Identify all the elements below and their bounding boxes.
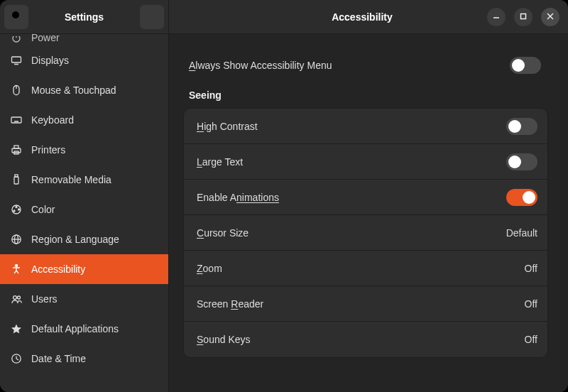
sidebar-item-power[interactable]: Power	[0, 34, 168, 45]
enable-animations-label: Enable Animations	[197, 192, 279, 203]
mouse-icon	[10, 84, 23, 97]
sidebar-item-keyboard[interactable]: Keyboard	[0, 105, 168, 135]
svg-point-0	[12, 11, 19, 18]
svg-point-29	[13, 296, 17, 300]
always-show-switch[interactable]	[510, 57, 541, 74]
settings-window: Settings PowerDisplaysMouse & TouchpadKe…	[0, 0, 568, 392]
usb-icon	[10, 173, 23, 186]
search-icon	[11, 10, 22, 23]
content-area: Always Show Accessibility Menu Seeing Hi…	[169, 34, 568, 375]
sidebar-item-label: Accessibility	[31, 263, 85, 275]
svg-rect-19	[14, 177, 18, 184]
always-show-label: Always Show Accessibility Menu	[189, 60, 332, 71]
enable-animations-switch[interactable]	[506, 189, 537, 206]
sidebar-item-label: Keyboard	[31, 114, 74, 126]
globe-icon	[10, 233, 23, 246]
high-contrast-switch[interactable]	[506, 118, 537, 135]
sound-keys-label: Sound Keys	[197, 334, 251, 345]
sidebar-item-label: Printers	[31, 144, 65, 156]
sound-keys-value: Off	[525, 334, 537, 345]
sidebar-item-removable-media[interactable]: Removable Media	[0, 165, 168, 195]
sidebar: Settings PowerDisplaysMouse & TouchpadKe…	[0, 0, 169, 392]
row-high-contrast: High Contrast	[184, 109, 547, 144]
sidebar-item-label: Color	[31, 204, 55, 215]
sidebar-item-region-language[interactable]: Region & Language	[0, 224, 168, 254]
svg-point-28	[15, 264, 17, 266]
search-button[interactable]	[4, 5, 28, 29]
large-text-switch[interactable]	[506, 153, 537, 170]
sidebar-list: PowerDisplaysMouse & TouchpadKeyboardPri…	[0, 34, 168, 392]
svg-rect-16	[12, 148, 21, 153]
sidebar-item-mouse-touchpad[interactable]: Mouse & Touchpad	[0, 75, 168, 105]
svg-line-33	[16, 359, 18, 360]
zoom-value: Off	[525, 263, 537, 274]
close-button[interactable]	[541, 8, 559, 26]
window-controls	[487, 8, 564, 26]
clock-icon	[10, 352, 23, 365]
users-icon	[10, 293, 23, 305]
maximize-button[interactable]	[514, 8, 532, 26]
svg-rect-20	[15, 175, 18, 177]
screen-reader-label: Screen Reader	[197, 298, 263, 310]
sidebar-item-color[interactable]: Color	[0, 195, 168, 224]
seeing-panel: High Contrast Large Text Enable Animatio…	[183, 108, 548, 358]
svg-point-30	[18, 296, 21, 299]
sidebar-item-label: Removable Media	[31, 174, 111, 185]
printers-icon	[10, 143, 23, 156]
section-title-seeing: Seeing	[189, 89, 548, 101]
accessibility-icon	[10, 263, 23, 276]
svg-point-23	[18, 209, 20, 210]
sidebar-item-label: Default Applications	[31, 323, 119, 334]
sidebar-item-users[interactable]: Users	[0, 284, 168, 314]
hamburger-icon	[146, 10, 158, 23]
svg-rect-11	[11, 117, 21, 123]
sidebar-item-label: Region & Language	[31, 234, 119, 245]
sidebar-item-label: Power	[31, 34, 60, 43]
star-icon	[10, 322, 23, 335]
cursor-size-value: Default	[506, 227, 537, 239]
minimize-icon	[493, 11, 500, 22]
sidebar-item-label: Displays	[31, 55, 69, 66]
close-icon	[547, 11, 554, 22]
svg-rect-35	[521, 14, 526, 19]
keyboard-icon	[10, 114, 23, 126]
main-panel: Accessibility Always Show Accessibility …	[169, 0, 568, 392]
sidebar-item-label: Mouse & Touchpad	[31, 85, 116, 96]
sidebar-item-displays[interactable]: Displays	[0, 45, 168, 75]
sidebar-item-printers[interactable]: Printers	[0, 135, 168, 165]
row-cursor-size[interactable]: Cursor Size Default	[184, 215, 547, 251]
maximize-icon	[520, 11, 527, 22]
row-always-show-menu: Always Show Accessibility Menu	[183, 51, 548, 80]
svg-rect-7	[12, 57, 21, 62]
hamburger-button[interactable]	[140, 5, 164, 29]
svg-rect-17	[14, 146, 18, 148]
svg-point-22	[16, 207, 17, 208]
sidebar-header: Settings	[0, 0, 168, 34]
page-title: Accessibility	[237, 11, 487, 23]
sidebar-item-default-applications[interactable]: Default Applications	[0, 314, 168, 344]
app-title: Settings	[28, 11, 140, 23]
sidebar-item-label: Users	[31, 293, 58, 305]
sidebar-item-accessibility[interactable]: Accessibility	[0, 254, 168, 284]
power-icon	[10, 36, 23, 43]
minimize-button[interactable]	[487, 8, 506, 26]
high-contrast-label: High Contrast	[197, 121, 258, 132]
large-text-label: Large Text	[197, 156, 243, 168]
sidebar-item-label: Date & Time	[31, 353, 86, 364]
row-enable-animations: Enable Animations	[184, 180, 547, 215]
row-sound-keys[interactable]: Sound Keys Off	[184, 322, 547, 357]
svg-line-1	[18, 18, 21, 21]
cursor-size-label: Cursor Size	[197, 227, 248, 239]
sidebar-item-date-time[interactable]: Date & Time	[0, 344, 168, 374]
screen-reader-value: Off	[525, 298, 537, 310]
color-icon	[10, 203, 23, 216]
zoom-label: Zoom	[197, 263, 222, 274]
main-header: Accessibility	[169, 0, 568, 34]
row-large-text: Large Text	[184, 144, 547, 180]
svg-point-24	[13, 210, 15, 212]
row-screen-reader[interactable]: Screen Reader Off	[184, 286, 547, 322]
row-zoom[interactable]: Zoom Off	[184, 251, 547, 286]
displays-icon	[10, 54, 23, 67]
